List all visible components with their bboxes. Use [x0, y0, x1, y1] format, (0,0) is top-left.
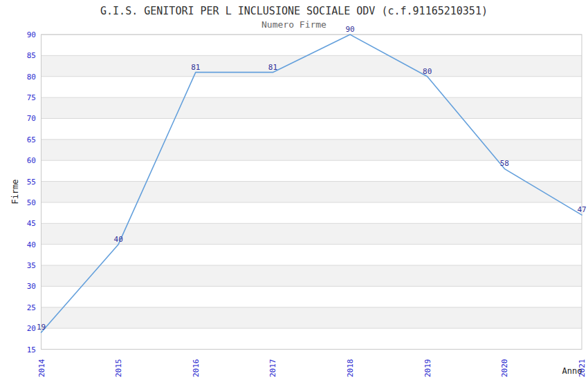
x-axis-tick-labels: 20142015201620172018201920202021: [37, 359, 587, 377]
stripe-band: [42, 182, 582, 202]
y-tick-label: 45: [27, 219, 36, 228]
point-label: 47: [577, 205, 586, 214]
y-tick-label: 35: [27, 261, 36, 270]
x-axis-title: Anno: [562, 366, 582, 376]
plot-stripe-bands: [42, 55, 582, 328]
y-tick-label: 90: [27, 30, 36, 39]
chart-subtitle: Numero Firme: [261, 19, 327, 30]
stripe-band: [42, 55, 582, 76]
x-tick-label: 2015: [114, 359, 123, 378]
y-tick-label: 40: [27, 240, 36, 249]
y-tick-label: 75: [27, 93, 36, 102]
stripe-band: [42, 97, 582, 118]
point-label: 58: [500, 159, 509, 168]
y-tick-label: 65: [27, 135, 36, 144]
stripe-band: [42, 307, 582, 328]
line-chart-container: 1940818190805847 15202530354045505560657…: [0, 0, 588, 380]
stripe-band: [42, 140, 582, 160]
x-tick-label: 2018: [346, 359, 355, 378]
y-tick-label: 60: [27, 156, 36, 165]
y-tick-label: 25: [27, 303, 36, 312]
point-label: 81: [268, 63, 277, 72]
y-tick-label: 20: [27, 324, 36, 333]
y-tick-label: 15: [27, 345, 36, 354]
x-tick-label: 2017: [268, 359, 277, 378]
point-label: 81: [191, 63, 200, 72]
point-label: 90: [345, 25, 354, 34]
chart-title: G.I.S. GENITORI PER L INCLUSIONE SOCIALE…: [100, 5, 488, 17]
stripe-band: [42, 265, 582, 286]
y-tick-label: 30: [27, 282, 36, 291]
x-tick-label: 2019: [423, 359, 432, 378]
y-tick-label: 50: [27, 198, 36, 207]
y-tick-label: 80: [27, 73, 36, 82]
x-tick-label: 2014: [37, 359, 46, 377]
point-label: 80: [423, 67, 432, 76]
line-chart: 1940818190805847 15202530354045505560657…: [0, 0, 588, 380]
y-tick-label: 85: [27, 51, 36, 60]
x-tick-label: 2020: [500, 359, 509, 378]
y-tick-label: 55: [27, 178, 36, 187]
y-axis-tick-labels: 15202530354045505560657075808590: [27, 30, 36, 354]
y-tick-label: 70: [27, 114, 36, 123]
y-axis-title: Firme: [10, 179, 20, 204]
point-label: 19: [37, 323, 46, 332]
x-tick-label: 2016: [192, 359, 201, 378]
point-label: 40: [114, 235, 123, 244]
